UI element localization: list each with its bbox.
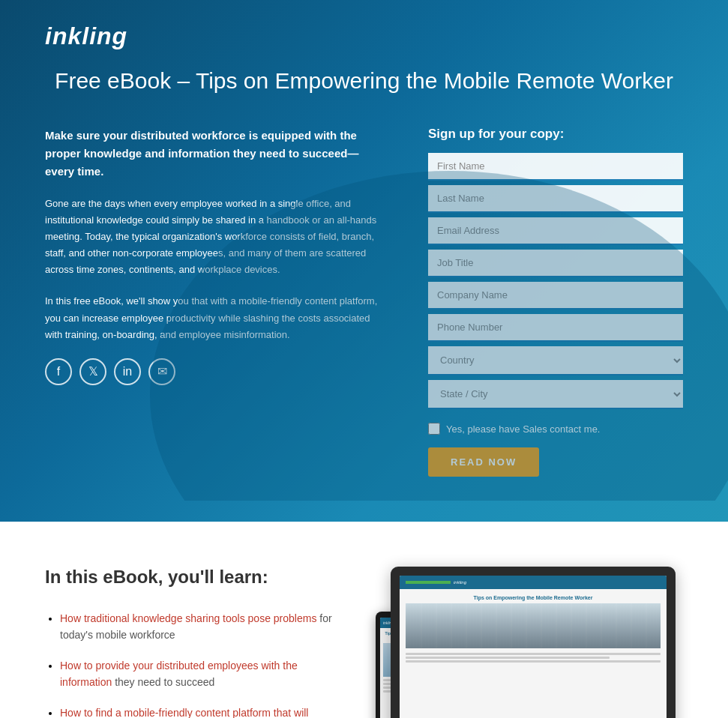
first-name-input[interactable] (428, 153, 683, 181)
hero-content: Make sure your distributed workforce is … (45, 127, 683, 477)
intro-bold: Make sure your distributed workforce is … (45, 127, 383, 181)
laptop-mockup: inkling Tips on Empowering the Mobile Re… (391, 567, 676, 718)
learn-link-3[interactable]: How to find a mobile-friendly content pl… (60, 707, 308, 718)
learn-list: How traditional knowledge sharing tools … (45, 610, 338, 718)
linkedin-icon[interactable]: in (114, 358, 141, 385)
body-para-2: In this free eBook, we'll show you that … (45, 293, 383, 343)
last-name-input[interactable] (428, 185, 683, 213)
list-item: How traditional knowledge sharing tools … (60, 610, 338, 644)
laptop-screen-header: inkling (400, 576, 667, 589)
laptop-screen-inner: inkling Tips on Empowering the Mobile Re… (400, 576, 667, 718)
laptop-text-lines (406, 653, 661, 663)
learn-section: In this eBook, you'll learn: How traditi… (45, 567, 338, 718)
laptop-title: Tips on Empowering the Mobile Remote Wor… (406, 595, 661, 600)
email-input[interactable] (428, 217, 683, 245)
learn-text-2: they need to succeed (112, 676, 214, 688)
country-select[interactable]: Country (428, 346, 683, 375)
form-title: Sign up for your copy: (428, 127, 683, 142)
laptop-screen-outer: inkling Tips on Empowering the Mobile Re… (391, 567, 676, 718)
hero-copy: Make sure your distributed workforce is … (45, 127, 383, 385)
people-image (406, 603, 661, 648)
email-icon[interactable]: ✉ (148, 358, 175, 385)
body-para-1: Gone are the days when every employee wo… (45, 196, 383, 278)
learn-link-1[interactable]: How traditional knowledge sharing tools … (60, 612, 316, 624)
laptop-image (406, 603, 661, 648)
brand-logo: inkling (45, 22, 683, 50)
laptop-content: Tips on Empowering the Mobile Remote Wor… (400, 589, 667, 670)
laptop-logo: inkling (454, 580, 466, 585)
learn-title: In this eBook, you'll learn: (45, 567, 338, 588)
text-line (406, 660, 661, 663)
job-title-input[interactable] (428, 250, 683, 277)
bottom-section: In this eBook, you'll learn: How traditi… (0, 522, 728, 718)
signup-form: Sign up for your copy: Country State / C… (428, 127, 683, 477)
social-icons-row: f 𝕏 in ✉ (45, 358, 383, 385)
hero-title: Free eBook – Tips on Empowering the Mobi… (45, 65, 683, 97)
list-item: How to provide your distributed employee… (60, 657, 338, 691)
state-select[interactable]: State / City (428, 380, 683, 409)
facebook-icon[interactable]: f (45, 358, 72, 385)
sales-contact-checkbox[interactable] (428, 423, 440, 435)
read-now-button[interactable]: READ NOW (428, 447, 539, 477)
phone-number-input[interactable] (428, 314, 683, 342)
company-name-input[interactable] (428, 282, 683, 310)
list-item: How to find a mobile-friendly content pl… (60, 705, 338, 718)
text-line (406, 657, 610, 659)
logo-text: inkling (45, 22, 127, 49)
hero-section: inkling Free eBook – Tips on Empowering … (0, 0, 728, 522)
green-bar (406, 581, 451, 584)
twitter-icon[interactable]: 𝕏 (79, 358, 106, 385)
sales-contact-label: Yes, please have Sales contact me. (446, 423, 600, 435)
device-mockup: inkling Tips on Empowering the Mobile Re… (383, 567, 683, 718)
sales-contact-row: Yes, please have Sales contact me. (428, 423, 683, 435)
text-line (406, 653, 661, 655)
